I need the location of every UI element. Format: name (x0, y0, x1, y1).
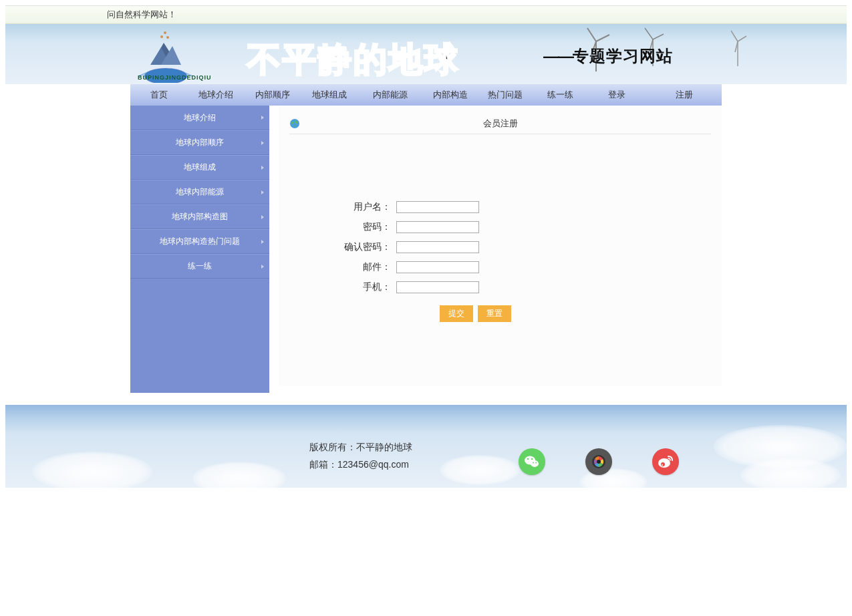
svg-line-1 (587, 28, 596, 41)
form-label: 邮件 (289, 261, 396, 273)
reset-button[interactable]: 重置 (478, 305, 511, 322)
nav-item-7[interactable]: 练一练 (533, 84, 587, 106)
sidebar-item-label: 地球组成 (184, 162, 216, 173)
wechat-icon[interactable] (519, 448, 545, 475)
svg-point-25 (597, 460, 601, 464)
svg-line-6 (653, 34, 664, 39)
svg-line-2 (596, 35, 609, 41)
panel-header: 会员注册 (289, 118, 711, 134)
register-form: 用户名密码确认密码邮件手机 (289, 201, 711, 293)
sidebar-item-label: 地球内部能源 (176, 186, 224, 198)
nav-item-9[interactable]: 注册 (646, 84, 722, 106)
chevron-right-icon (261, 190, 264, 194)
nav-item-4[interactable]: 内部能源 (358, 84, 423, 106)
form-buttons: 提交 重置 (440, 305, 711, 322)
form-row-1: 密码 (289, 221, 711, 233)
banner-title: 不平静的地球 (247, 37, 460, 82)
chevron-right-icon (261, 265, 264, 269)
form-label: 用户名 (289, 201, 396, 213)
input-密码[interactable] (396, 221, 479, 233)
svg-point-22 (533, 462, 534, 464)
nav-item-3[interactable]: 地球组成 (301, 84, 358, 106)
sidebar-item-label: 地球内部顺序 (176, 137, 224, 148)
submit-button[interactable]: 提交 (440, 305, 473, 322)
input-用户名[interactable] (396, 201, 479, 213)
sidebar-item-4[interactable]: 地球内部构造图 (130, 204, 269, 229)
camera-icon[interactable] (585, 448, 612, 475)
svg-point-21 (531, 460, 539, 467)
footer-copyright: 版权所有：不平静的地球 (309, 442, 412, 454)
chevron-right-icon (261, 215, 264, 219)
form-row-3: 邮件 (289, 261, 711, 273)
nav-item-5[interactable]: 内部构造 (423, 84, 478, 106)
chevron-right-icon (261, 166, 264, 170)
sidebar: 地球介绍地球内部顺序地球组成地球内部能源地球内部构造图地球内部构造热门问题练一练 (130, 106, 269, 393)
svg-point-28 (662, 464, 663, 466)
svg-point-19 (527, 458, 529, 460)
banner-pinyin: BUPINGJINGDEDIQIU (138, 74, 212, 81)
sidebar-item-label: 地球内部构造热门问题 (160, 236, 240, 247)
input-邮件[interactable] (396, 261, 479, 273)
footer-email: 邮箱：123456@qq.com (309, 459, 412, 471)
svg-line-9 (731, 31, 738, 41)
nav-item-8[interactable]: 登录 (587, 84, 646, 106)
notice-text: 问自然科学网站！ (107, 9, 176, 19)
form-row-0: 用户名 (289, 201, 711, 213)
svg-line-5 (645, 28, 653, 39)
form-label: 密码 (289, 221, 396, 233)
footer-text: 版权所有：不平静的地球 邮箱：123456@qq.com (309, 442, 412, 476)
banner-subtitle: ——专题学习网站 (543, 45, 673, 67)
footer: 版权所有：不平静的地球 邮箱：123456@qq.com (5, 405, 847, 488)
sidebar-item-2[interactable]: 地球组成 (130, 155, 269, 180)
svg-point-27 (661, 462, 665, 466)
svg-point-23 (535, 462, 537, 464)
main-nav: 首页地球介绍内部顺序地球组成内部能源内部构造热门问题练一练登录注册 (130, 84, 722, 106)
chevron-right-icon (261, 141, 264, 145)
sidebar-item-label: 地球介绍 (184, 112, 216, 124)
nav-item-2[interactable]: 内部顺序 (244, 84, 301, 106)
svg-point-15 (164, 31, 166, 34)
main-panel: 会员注册 用户名密码确认密码邮件手机 提交 重置 (279, 106, 722, 386)
svg-point-14 (160, 35, 163, 38)
input-手机[interactable] (396, 281, 479, 293)
top-notice: 问自然科学网站！ (5, 5, 847, 24)
nav-item-6[interactable]: 热门问题 (478, 84, 533, 106)
sidebar-item-1[interactable]: 地球内部顺序 (130, 130, 269, 155)
sidebar-item-6[interactable]: 练一练 (130, 254, 269, 279)
chevron-right-icon (261, 116, 264, 120)
sidebar-item-3[interactable]: 地球内部能源 (130, 180, 269, 204)
form-label: 确认密码 (289, 241, 396, 253)
sidebar-item-label: 地球内部构造图 (172, 211, 228, 222)
form-row-2: 确认密码 (289, 241, 711, 253)
sidebar-item-label: 练一练 (188, 261, 212, 272)
form-row-4: 手机 (289, 281, 711, 293)
panel-title: 会员注册 (289, 118, 711, 130)
chevron-right-icon (261, 240, 264, 244)
input-确认密码[interactable] (396, 241, 479, 253)
svg-point-20 (531, 458, 533, 460)
svg-line-10 (738, 36, 746, 41)
banner: BUPINGJINGDEDIQIU 不平静的地球 ——专题学习网站 (5, 24, 847, 84)
sidebar-item-0[interactable]: 地球介绍 (130, 106, 269, 130)
weibo-icon[interactable] (652, 448, 679, 475)
svg-point-16 (166, 36, 169, 39)
nav-item-1[interactable]: 地球介绍 (188, 84, 244, 106)
form-label: 手机 (289, 281, 396, 293)
nav-item-0[interactable]: 首页 (130, 84, 188, 106)
sidebar-item-5[interactable]: 地球内部构造热门问题 (130, 229, 269, 254)
